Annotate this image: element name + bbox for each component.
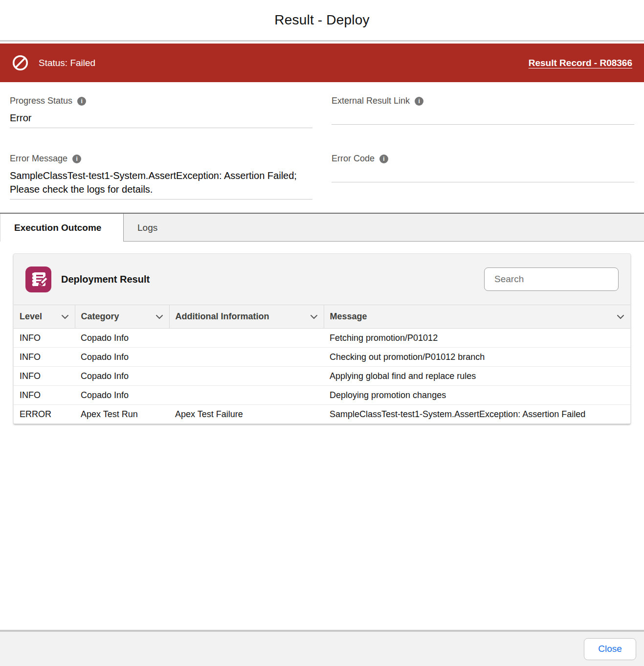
info-icon[interactable]: i: [379, 155, 388, 163]
info-icon[interactable]: i: [77, 97, 86, 106]
card-header: Deployment Result: [14, 254, 630, 305]
cell-level: ERROR: [14, 405, 75, 424]
column-header-message[interactable]: Message: [324, 305, 630, 329]
cell-category: Copado Info: [75, 348, 169, 367]
cell-category: Apex Test Run: [75, 405, 169, 424]
table-header-row: Level Category Additional Information: [14, 305, 630, 329]
error-message-label: Error Message: [10, 154, 67, 164]
cell-additional-information: Apex Test Failure: [169, 405, 324, 424]
field-external-result-link: External Result Link i: [332, 96, 634, 128]
tab-bar: Execution Outcome Logs: [0, 213, 644, 242]
cell-level: INFO: [14, 367, 75, 386]
cell-message: Fetching promotion/P01012: [324, 329, 630, 348]
external-result-link-value: [332, 111, 634, 125]
table-row: ERROR Apex Test Run Apex Test Failure Sa…: [14, 405, 630, 424]
page-title: Result - Deploy: [274, 12, 369, 28]
error-code-value: [332, 169, 634, 182]
cell-level: INFO: [14, 348, 75, 367]
cell-level: INFO: [14, 386, 75, 405]
cell-message: Applying global find and replace rules: [324, 367, 630, 386]
cell-additional-information: [169, 367, 324, 386]
cell-additional-information: [169, 386, 324, 405]
column-header-level[interactable]: Level: [14, 305, 75, 329]
cell-category: Copado Info: [75, 367, 169, 386]
tab-logs[interactable]: Logs: [124, 214, 171, 242]
card-title: Deployment Result: [61, 274, 150, 285]
info-icon[interactable]: i: [415, 97, 423, 106]
column-header-additional-information[interactable]: Additional Information: [169, 305, 324, 329]
cell-level: INFO: [14, 329, 75, 348]
field-error-code: Error Code i: [332, 154, 634, 200]
error-message-value: SampleClassTest-test1-System.AssertExcep…: [10, 169, 312, 200]
search-input[interactable]: [484, 267, 619, 291]
external-result-link-label: External Result Link: [332, 96, 410, 106]
error-code-label: Error Code: [332, 154, 375, 164]
modal-footer: Close: [0, 630, 644, 666]
results-table: Level Category Additional Information: [14, 305, 630, 423]
cell-category: Copado Info: [75, 386, 169, 405]
modal-header: Result - Deploy: [0, 0, 644, 42]
status-banner: Status: Failed Result Record - R08366: [0, 44, 644, 82]
result-deploy-modal: Result - Deploy Status: Failed Result Re…: [0, 0, 644, 666]
chevron-down-icon[interactable]: [61, 314, 69, 319]
tab-execution-outcome[interactable]: Execution Outcome: [0, 214, 124, 242]
field-error-message: Error Message i SampleClassTest-test1-Sy…: [10, 154, 312, 200]
status-text: Status: Failed: [39, 58, 95, 68]
ban-icon: [12, 54, 29, 71]
close-button[interactable]: Close: [584, 638, 636, 660]
progress-status-label: Progress Status: [10, 96, 72, 106]
cell-message: Deploying promotion changes: [324, 386, 630, 405]
cell-message: SampleClassTest-test1-System.AssertExcep…: [324, 405, 630, 424]
column-header-category[interactable]: Category: [75, 305, 169, 329]
table-row: INFO Copado Info Fetching promotion/P010…: [14, 329, 630, 348]
cell-message: Checking out promotion/P01012 branch: [324, 348, 630, 367]
chevron-down-icon[interactable]: [310, 314, 318, 319]
deployment-result-icon: [25, 266, 51, 292]
result-record-link[interactable]: Result Record - R08366: [529, 58, 632, 68]
cell-additional-information: [169, 329, 324, 348]
progress-status-value: Error: [10, 111, 312, 128]
cell-category: Copado Info: [75, 329, 169, 348]
chevron-down-icon[interactable]: [617, 314, 624, 319]
cell-additional-information: [169, 348, 324, 367]
deployment-result-card: Deployment Result Level Category: [13, 253, 631, 424]
chevron-down-icon[interactable]: [155, 314, 163, 319]
field-progress-status: Progress Status i Error: [10, 96, 312, 128]
table-row: INFO Copado Info Applying global find an…: [14, 367, 630, 386]
content-spacer: [0, 424, 644, 630]
info-icon[interactable]: i: [72, 155, 81, 163]
table-row: INFO Copado Info Checking out promotion/…: [14, 348, 630, 367]
result-fields: Progress Status i Error External Result …: [0, 82, 644, 200]
table-row: INFO Copado Info Deploying promotion cha…: [14, 386, 630, 405]
